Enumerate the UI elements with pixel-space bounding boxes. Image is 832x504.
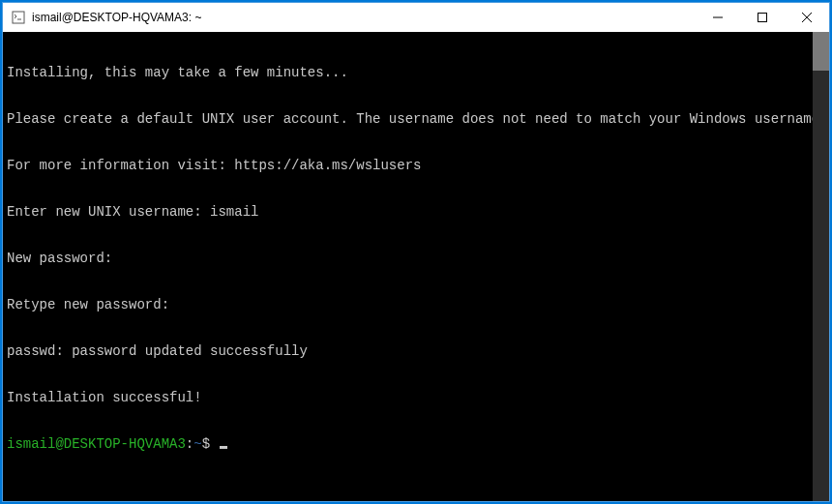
output-line: Enter new UNIX username: ismail — [7, 204, 809, 220]
vertical-scrollbar[interactable] — [813, 32, 829, 501]
svg-rect-3 — [758, 14, 767, 22]
output-line: Installing, this may take a few minutes.… — [7, 65, 809, 80]
prompt-path: ~ — [193, 436, 201, 452]
prompt-symbol: $ — [202, 436, 210, 452]
output-line: Installation successful! — [7, 390, 809, 405]
svg-rect-0 — [13, 12, 24, 23]
output-line: Retype new password: — [7, 297, 809, 312]
output-line: passwd: password updated successfully — [7, 343, 809, 359]
window-controls — [696, 3, 829, 32]
scrollbar-thumb[interactable] — [813, 32, 829, 71]
output-line: New password: — [7, 251, 809, 266]
close-button[interactable] — [785, 3, 829, 32]
terminal-area: Installing, this may take a few minutes.… — [3, 32, 829, 501]
app-icon — [11, 10, 26, 25]
prompt-line: ismail@DESKTOP-HQVAMA3:~$ — [7, 436, 809, 452]
window-title: ismail@DESKTOP-HQVAMA3: ~ — [32, 11, 696, 24]
titlebar[interactable]: ismail@DESKTOP-HQVAMA3: ~ — [3, 3, 829, 32]
terminal-window: ismail@DESKTOP-HQVAMA3: ~ Installing, th… — [2, 2, 830, 502]
output-line: For more information visit: https://aka.… — [7, 158, 809, 173]
output-line: Please create a default UNIX user accoun… — [7, 111, 809, 127]
maximize-button[interactable] — [740, 3, 785, 32]
prompt-userhost: ismail@DESKTOP-HQVAMA3 — [7, 436, 186, 452]
minimize-button[interactable] — [696, 3, 740, 32]
prompt-colon: : — [186, 436, 193, 452]
cursor-icon — [220, 446, 227, 449]
terminal-output[interactable]: Installing, this may take a few minutes.… — [3, 32, 813, 501]
